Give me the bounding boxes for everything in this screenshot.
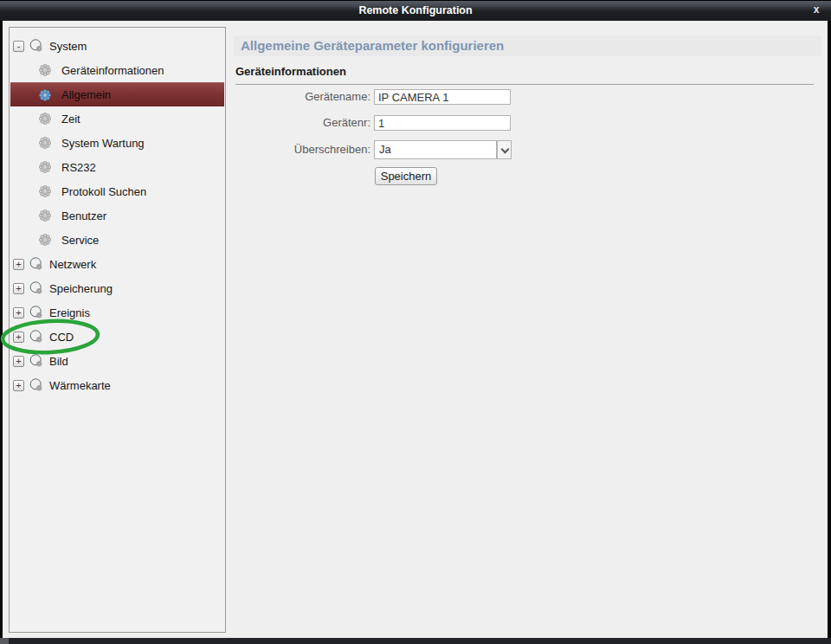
sidebar-item-label: Protokoll Suchen bbox=[61, 185, 146, 198]
config-tree-panel: - System Geräteinformationen Allgemein Z… bbox=[9, 27, 226, 633]
gear-icon bbox=[38, 209, 52, 222]
sidebar-item-ccd[interactable]: + CCD bbox=[10, 325, 224, 349]
sidebar-item-label: Benutzer bbox=[61, 209, 106, 222]
geraetename-label: Gerätename: bbox=[249, 89, 370, 105]
sidebar-item-benutzer[interactable]: Benutzer bbox=[10, 203, 224, 228]
gear-icon bbox=[38, 88, 52, 102]
gear-icon bbox=[38, 160, 52, 174]
collapse-icon[interactable]: - bbox=[13, 41, 24, 52]
sidebar-item-label: Allgemein bbox=[61, 88, 111, 101]
gear-icon bbox=[38, 63, 52, 77]
dropdown-arrow-button[interactable] bbox=[497, 140, 512, 159]
window-frame-left bbox=[0, 21, 3, 638]
gear-icon bbox=[38, 184, 52, 198]
globe-gear-icon bbox=[29, 281, 43, 295]
section-divider bbox=[235, 84, 814, 85]
sidebar-item-label: RS232 bbox=[61, 161, 96, 174]
sidebar-item-label: Geräteinformationen bbox=[61, 64, 164, 77]
globe-gear-icon bbox=[29, 354, 43, 368]
expand-icon[interactable]: + bbox=[13, 332, 24, 343]
ueberschreiben-select[interactable]: Ja bbox=[374, 140, 497, 159]
geraetenr-label: Gerätenr: bbox=[249, 115, 370, 131]
expand-icon[interactable]: + bbox=[13, 259, 24, 270]
section-title: Geräteinformationen bbox=[235, 65, 346, 78]
sidebar-item-label: Wärmekarte bbox=[49, 379, 111, 392]
geraetenr-input[interactable] bbox=[374, 115, 511, 131]
sidebar-item-protokoll-suchen[interactable]: Protokoll Suchen bbox=[10, 179, 224, 203]
gear-icon bbox=[38, 233, 52, 247]
globe-gear-icon bbox=[29, 378, 43, 392]
expand-icon[interactable]: + bbox=[13, 356, 24, 367]
gear-icon bbox=[38, 112, 52, 126]
expand-icon[interactable]: + bbox=[13, 380, 24, 391]
sidebar-item-geraeteinformationen[interactable]: Geräteinformationen bbox=[10, 58, 224, 82]
expand-icon[interactable]: + bbox=[13, 283, 24, 294]
selected-option: Ja bbox=[379, 143, 391, 156]
sidebar-item-service[interactable]: Service bbox=[10, 228, 224, 252]
chevron-down-icon bbox=[500, 145, 509, 154]
close-button[interactable]: x bbox=[808, 2, 824, 17]
sidebar-item-label: Zeit bbox=[61, 113, 81, 126]
sidebar-item-zeit[interactable]: Zeit bbox=[10, 106, 224, 131]
geraetename-input[interactable] bbox=[374, 89, 511, 105]
ueberschreiben-label: Überschreiben: bbox=[249, 142, 370, 158]
window-frame-right bbox=[828, 21, 831, 638]
globe-gear-icon bbox=[29, 257, 43, 271]
save-button[interactable]: Speichern bbox=[375, 167, 437, 185]
gear-icon bbox=[38, 136, 52, 150]
resize-grip bbox=[0, 638, 9, 644]
expand-icon[interactable]: + bbox=[13, 307, 24, 319]
page-title: Allgemeine Geräteparameter konfigurieren bbox=[234, 35, 821, 56]
sidebar-item-label: CCD bbox=[49, 331, 74, 344]
sidebar-item-label: Netzwerk bbox=[49, 258, 96, 271]
sidebar-item-bild[interactable]: + Bild bbox=[10, 349, 224, 373]
sidebar-item-allgemein-selected[interactable]: Allgemein bbox=[10, 82, 224, 106]
sidebar-item-system[interactable]: - System bbox=[10, 34, 224, 58]
sidebar-item-ereignis[interactable]: + Ereignis bbox=[10, 300, 224, 325]
globe-gear-icon bbox=[29, 306, 43, 319]
globe-gear-icon bbox=[29, 330, 43, 344]
sidebar-item-waermekarte[interactable]: + Wärmekarte bbox=[10, 373, 224, 397]
sidebar-item-label: Speicherung bbox=[49, 282, 113, 295]
sidebar-item-netzwerk[interactable]: + Netzwerk bbox=[10, 252, 224, 276]
sidebar-item-speicherung[interactable]: + Speicherung bbox=[10, 276, 224, 300]
sidebar-item-label: System Wartung bbox=[61, 137, 145, 150]
sidebar-item-label: Bild bbox=[49, 355, 68, 368]
sidebar-item-rs232[interactable]: RS232 bbox=[10, 155, 224, 179]
sidebar-item-label: Ereignis bbox=[49, 306, 90, 319]
window-frame-bottom bbox=[0, 638, 831, 644]
window-title: Remote Konfiguration bbox=[0, 0, 831, 21]
sidebar-item-label: Service bbox=[61, 234, 99, 247]
sidebar-item-system-wartung[interactable]: System Wartung bbox=[10, 131, 224, 155]
sidebar-item-label: System bbox=[49, 40, 87, 53]
globe-gear-icon bbox=[29, 39, 43, 53]
